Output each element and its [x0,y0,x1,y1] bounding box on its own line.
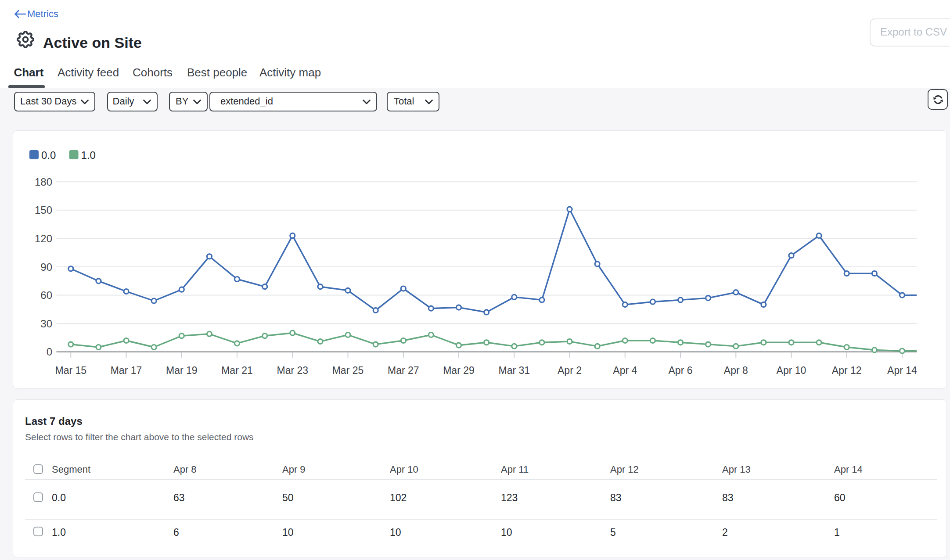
svg-text:180: 180 [35,176,52,188]
svg-text:Mar 17: Mar 17 [111,365,142,376]
svg-text:120: 120 [35,233,52,244]
svg-text:Apr 6: Apr 6 [669,365,693,376]
svg-text:1.0: 1.0 [81,149,96,161]
svg-text:Mar 31: Mar 31 [499,365,530,376]
svg-text:Mar 19: Mar 19 [166,365,198,376]
svg-text:0: 0 [47,346,52,358]
svg-text:30: 30 [40,318,52,330]
svg-text:0.0: 0.0 [41,149,56,161]
svg-text:Mar 25: Mar 25 [332,365,364,376]
svg-text:Apr 14: Apr 14 [887,365,917,376]
svg-text:Mar 15: Mar 15 [55,365,87,376]
svg-text:60: 60 [40,289,52,301]
svg-text:Apr 8: Apr 8 [724,365,748,376]
svg-text:90: 90 [40,261,52,273]
svg-text:150: 150 [35,204,52,216]
svg-text:Apr 4: Apr 4 [613,365,637,376]
svg-text:Mar 23: Mar 23 [277,365,309,376]
svg-text:Mar 29: Mar 29 [443,365,475,376]
svg-text:Mar 27: Mar 27 [388,365,419,376]
svg-text:Apr 12: Apr 12 [832,365,862,376]
svg-text:Apr 2: Apr 2 [558,365,582,376]
svg-text:Mar 21: Mar 21 [221,365,253,376]
svg-text:Apr 10: Apr 10 [777,365,806,376]
